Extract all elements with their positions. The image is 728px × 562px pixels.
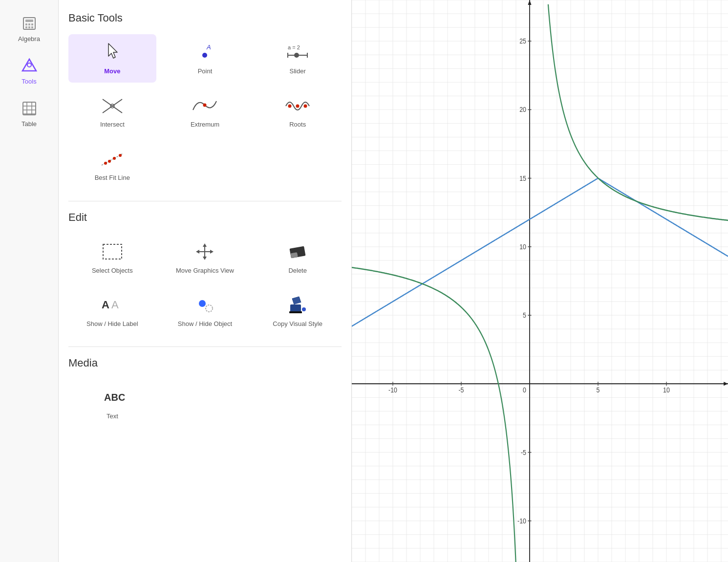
showhidelabel-icon: A A <box>99 294 126 316</box>
calculator-icon <box>21 15 38 32</box>
tool-showhidelabel[interactable]: A A Show / Hide Label <box>68 287 156 335</box>
tool-text[interactable]: ABC Text <box>68 379 156 428</box>
svg-point-47 <box>199 300 206 307</box>
svg-point-27 <box>203 103 207 107</box>
svg-rect-5 <box>25 26 27 28</box>
slider-icon: a = 2 <box>284 41 311 64</box>
roots-icon <box>284 94 311 117</box>
svg-rect-49 <box>290 304 301 312</box>
tool-showhideobject-label: Show / Hide Object <box>178 320 232 328</box>
tool-bestfitline[interactable]: Best Fit Line <box>68 141 156 189</box>
tool-intersect[interactable]: Intersect <box>68 87 156 136</box>
svg-rect-53 <box>352 0 728 562</box>
svg-point-28 <box>288 104 292 108</box>
svg-point-34 <box>113 157 116 160</box>
tool-selectobjects-label: Select Objects <box>92 267 133 275</box>
selectobjects-icon <box>99 240 126 263</box>
svg-rect-36 <box>103 244 122 259</box>
svg-rect-3 <box>28 23 30 25</box>
tool-extremum-label: Extremum <box>191 121 219 129</box>
basic-tools-grid: Move A Point a = 2 <box>68 34 342 189</box>
svg-point-48 <box>206 305 213 312</box>
svg-point-35 <box>119 154 122 157</box>
svg-rect-4 <box>31 23 33 25</box>
svg-text:A: A <box>206 43 211 51</box>
svg-text:25: 25 <box>519 37 526 45</box>
svg-text:15: 15 <box>519 174 526 182</box>
tool-selectobjects[interactable]: Select Objects <box>68 234 156 282</box>
svg-rect-1 <box>25 20 33 22</box>
tool-showhideobject[interactable]: Show / Hide Object <box>161 287 249 335</box>
copyvisualstyle-icon <box>284 294 311 316</box>
tool-extremum[interactable]: Extremum <box>161 87 249 136</box>
tool-move-label: Move <box>104 67 120 76</box>
tool-bestfitline-label: Best Fit Line <box>95 174 130 182</box>
tool-intersect-label: Intersect <box>100 121 125 129</box>
table-icon <box>21 100 38 117</box>
svg-point-33 <box>108 160 111 163</box>
svg-marker-41 <box>196 250 199 254</box>
sidebar-item-table[interactable]: Table <box>5 95 54 132</box>
divider-edit <box>68 201 342 201</box>
intersect-icon <box>99 94 126 117</box>
sidebar-tools-label: Tools <box>21 78 36 85</box>
tool-text-label: Text <box>107 412 118 421</box>
tool-move[interactable]: Move <box>68 34 156 83</box>
sidebar-item-algebra[interactable]: Algebra <box>5 10 54 47</box>
svg-text:10: 10 <box>519 243 526 251</box>
text-icon: ABC <box>99 386 126 409</box>
media-tools-grid: ABC Text <box>68 379 342 428</box>
tool-point[interactable]: A Point <box>161 34 249 83</box>
svg-text:-5: -5 <box>521 449 526 456</box>
sidebar-algebra-label: Algebra <box>18 35 40 43</box>
svg-point-9 <box>27 63 31 67</box>
svg-text:A: A <box>111 299 119 311</box>
sidebar-item-tools[interactable]: Tools <box>5 52 54 90</box>
bestfitline-icon <box>99 148 126 170</box>
tool-point-label: Point <box>198 67 213 76</box>
tool-movegraphicsview-label: Move Graphics View <box>176 267 234 275</box>
svg-text:20: 20 <box>519 106 526 114</box>
tool-delete-label: Delete <box>288 267 307 275</box>
svg-text:-10: -10 <box>517 517 526 525</box>
edit-tools-title: Edit <box>68 211 342 224</box>
svg-rect-2 <box>25 23 27 25</box>
tool-slider[interactable]: a = 2 Slider <box>254 34 342 83</box>
svg-text:A: A <box>102 299 109 311</box>
svg-text:-10: -10 <box>388 387 397 394</box>
svg-marker-42 <box>210 250 214 254</box>
svg-marker-8 <box>22 59 36 71</box>
divider-media <box>68 346 342 347</box>
svg-text:ABC: ABC <box>104 392 125 403</box>
svg-rect-10 <box>23 102 36 115</box>
svg-point-29 <box>296 104 300 108</box>
svg-text:-5: -5 <box>458 387 464 394</box>
svg-text:10: 10 <box>663 387 670 394</box>
svg-point-51 <box>302 307 306 311</box>
tools-icon <box>21 57 38 75</box>
move-icon <box>99 41 126 64</box>
sidebar: Algebra Tools Table <box>0 0 59 562</box>
movegraphicsview-icon <box>191 240 218 263</box>
tool-delete[interactable]: Delete <box>254 234 342 282</box>
delete-icon <box>284 240 311 263</box>
graph-canvas[interactable]: // Will be generated by JS below -10-551… <box>352 0 728 562</box>
tool-roots[interactable]: Roots <box>254 87 342 136</box>
sidebar-table-label: Table <box>21 120 37 128</box>
basic-tools-title: Basic Tools <box>68 12 342 24</box>
showhideobject-icon <box>191 294 218 316</box>
svg-marker-39 <box>203 243 207 247</box>
svg-text:5: 5 <box>597 387 600 394</box>
edit-tools-grid: Select Objects Move Graphics View <box>68 234 342 335</box>
point-icon: A <box>191 41 218 64</box>
svg-marker-40 <box>203 257 207 260</box>
svg-point-32 <box>104 162 107 165</box>
tool-slider-label: Slider <box>290 67 306 76</box>
tool-copyvisualstyle[interactable]: Copy Visual Style <box>254 287 342 335</box>
svg-text:0: 0 <box>523 387 526 394</box>
tool-copyvisualstyle-label: Copy Visual Style <box>273 320 322 328</box>
svg-rect-50 <box>289 311 302 313</box>
media-tools-title: Media <box>68 357 342 369</box>
tool-showhidelabel-label: Show / Hide Label <box>86 320 138 328</box>
tool-movegraphicsview[interactable]: Move Graphics View <box>161 234 249 282</box>
